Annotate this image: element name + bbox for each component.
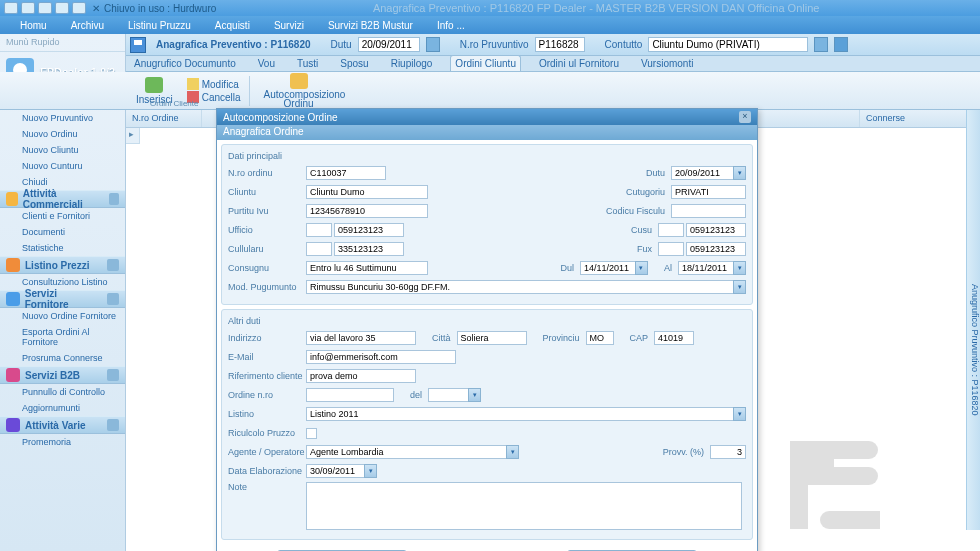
orddate-field[interactable] (428, 388, 468, 402)
contact-field[interactable] (648, 37, 808, 52)
tab[interactable]: Vursiomonti (637, 56, 697, 71)
qat-button[interactable] (4, 2, 18, 14)
sidebar-section[interactable]: Servizi B2B (0, 366, 125, 384)
expand-icon[interactable] (107, 419, 119, 431)
close-icon[interactable]: × (739, 111, 751, 123)
grid-column-header[interactable]: N.ro Ordine (126, 110, 202, 127)
chevron-down-icon[interactable]: ▾ (733, 407, 746, 421)
nprev-field[interactable] (535, 37, 585, 52)
recalc-checkbox[interactable] (306, 428, 317, 439)
sidebar-item[interactable]: Promemoria (0, 434, 125, 450)
grid-column-header[interactable]: Connerse (860, 110, 980, 127)
chevron-down-icon[interactable]: ▾ (635, 261, 648, 275)
dialog-titlebar[interactable]: Autocomposizione Ordine × (217, 109, 757, 125)
date-field[interactable] (358, 37, 420, 52)
clientref-field[interactable] (306, 369, 416, 383)
notes-field[interactable] (306, 482, 742, 530)
chevron-down-icon[interactable]: ▾ (733, 166, 746, 180)
expand-icon[interactable] (107, 259, 119, 271)
contact-lookup-icon[interactable] (834, 37, 848, 52)
sidebar-item[interactable]: Punnullo di Controllo (0, 384, 125, 400)
sidebar-section[interactable]: Listino Prezzi (0, 256, 125, 274)
menu-item[interactable]: Acquisti (215, 20, 250, 31)
qat-button[interactable] (21, 2, 35, 14)
modify-button[interactable]: Modifica (187, 78, 241, 90)
tab-close-label[interactable]: ✕ Chiuvo in uso : Hurdwuro (92, 3, 216, 14)
province-field[interactable] (586, 331, 614, 345)
to-date-field[interactable] (678, 261, 733, 275)
order-no-field[interactable] (306, 166, 386, 180)
commission-field[interactable] (710, 445, 746, 459)
tab[interactable]: Tusti (293, 56, 322, 71)
sidebar-item[interactable]: Esporta Ordini Al Fornitore (0, 324, 125, 350)
sidebar-item[interactable]: Clienti e Fornitori (0, 208, 125, 224)
side-tab[interactable]: Anugrufico Pruvuntivo : P116820 (966, 110, 980, 530)
delivery-field[interactable] (306, 261, 428, 275)
sidebar-section[interactable]: Servizi Fornitore (0, 290, 125, 308)
tab[interactable]: Riupilogo (387, 56, 437, 71)
mobile-prefix-field[interactable] (306, 242, 332, 256)
vat-field[interactable] (306, 204, 428, 218)
fax-prefix-field[interactable] (658, 242, 684, 256)
chevron-down-icon[interactable]: ▾ (364, 464, 377, 478)
menu-item[interactable]: Info ... (437, 20, 465, 31)
chevron-down-icon[interactable]: ▾ (733, 261, 746, 275)
sidebar-item[interactable]: Nuovo Cunturu (0, 158, 125, 174)
grid-row-selector[interactable] (126, 128, 140, 144)
qat-button[interactable] (38, 2, 52, 14)
tab[interactable]: Sposu (336, 56, 372, 71)
qat-button[interactable] (72, 2, 86, 14)
tab[interactable]: Vou (254, 56, 279, 71)
category-field[interactable] (671, 185, 746, 199)
sidebar-item[interactable]: Nuovo Ordine Fornitore (0, 308, 125, 324)
sidebar-section[interactable]: Attività Varie (0, 416, 125, 434)
email-field[interactable] (306, 350, 456, 364)
client-field[interactable] (306, 185, 428, 199)
zip-field[interactable] (654, 331, 694, 345)
expand-icon[interactable] (109, 193, 119, 205)
sidebar-item[interactable]: Documenti (0, 224, 125, 240)
chevron-down-icon[interactable]: ▾ (506, 445, 519, 459)
fax-field[interactable] (686, 242, 746, 256)
mobile-label: Cullularu (228, 244, 306, 254)
city-field[interactable] (457, 331, 527, 345)
sidebar-item[interactable]: Statistiche (0, 240, 125, 256)
fiscal-field[interactable] (671, 204, 746, 218)
tab[interactable]: Ordini Cliuntu (450, 55, 521, 71)
sidebar-section[interactable]: Attività Commerciali (0, 190, 125, 208)
order-date-field[interactable] (671, 166, 733, 180)
from-date-field[interactable] (580, 261, 635, 275)
sidebar-item[interactable]: Nuovo Pruvuntivo (0, 110, 125, 126)
home-field[interactable] (686, 223, 746, 237)
tab[interactable]: Ordini ul Fornitoru (535, 56, 623, 71)
mobile-field[interactable] (334, 242, 404, 256)
save-icon[interactable] (130, 37, 146, 53)
date-picker-icon[interactable] (426, 37, 440, 52)
sidebar-item[interactable]: Nuovo Ordinu (0, 126, 125, 142)
qat-button[interactable] (55, 2, 69, 14)
menu-item[interactable]: Survizi B2B Mustur (328, 20, 413, 31)
expand-icon[interactable] (107, 369, 119, 381)
autocompose-button[interactable]: Autocomposiziono Ordinu (258, 71, 340, 110)
elabdate-field[interactable] (306, 464, 364, 478)
chevron-down-icon[interactable]: ▾ (733, 280, 746, 294)
office-prefix-field[interactable] (306, 223, 332, 237)
sidebar-item[interactable]: Aggiornumunti (0, 400, 125, 416)
agent-field[interactable] (306, 445, 506, 459)
expand-icon[interactable] (107, 293, 119, 305)
ordno-field[interactable] (306, 388, 394, 402)
chevron-down-icon[interactable]: ▾ (468, 388, 481, 402)
menu-item[interactable]: Survizi (274, 20, 304, 31)
home-prefix-field[interactable] (658, 223, 684, 237)
list-field[interactable] (306, 407, 733, 421)
office-field[interactable] (334, 223, 404, 237)
menu-item[interactable]: Archivu (71, 20, 104, 31)
contact-picker-icon[interactable] (814, 37, 828, 52)
sidebar-item[interactable]: Nuovo Cliuntu (0, 142, 125, 158)
sidebar-item[interactable]: Prosruma Connerse (0, 350, 125, 366)
address-field[interactable] (306, 331, 416, 345)
menu-item[interactable]: Homu (20, 20, 47, 31)
tab[interactable]: Anugrufico Documunto (130, 56, 240, 71)
menu-item[interactable]: Listinu Pruzzu (128, 20, 191, 31)
payment-field[interactable] (306, 280, 733, 294)
